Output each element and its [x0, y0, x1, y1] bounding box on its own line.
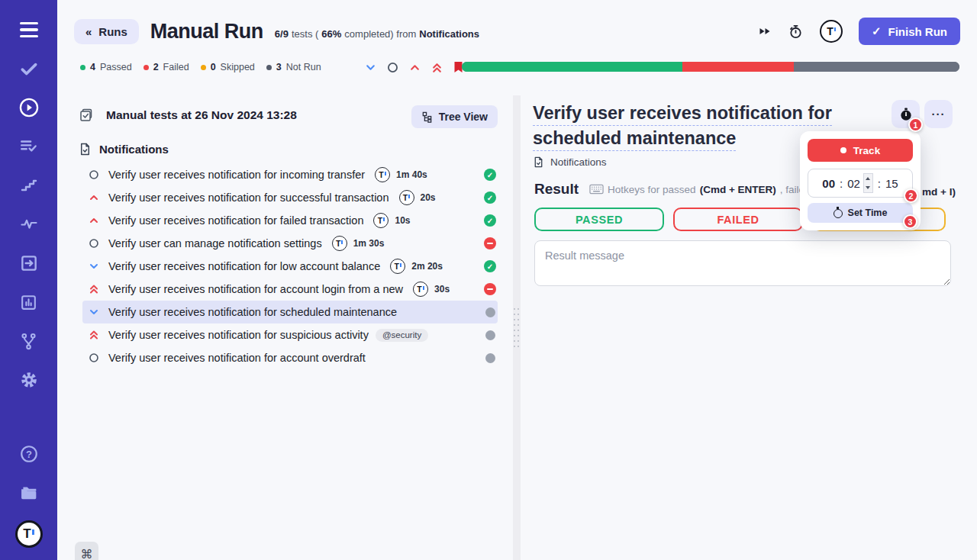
import-icon[interactable]	[17, 252, 41, 275]
command-key-icon: ⌘	[81, 547, 93, 560]
priority-icon	[89, 261, 99, 272]
topbar: « Runs Manual Run 6/9 tests ( 66% comple…	[57, 0, 977, 95]
chevron-down-filter-icon[interactable]	[365, 62, 376, 73]
seconds-field[interactable]: 15	[885, 177, 898, 190]
test-title: Verify user receives notification for sc…	[108, 306, 397, 318]
analytics-icon[interactable]	[17, 291, 41, 314]
settings-gear-icon[interactable]	[17, 369, 41, 391]
run-progress-subtitle: 6/9 tests ( 66% completed) from Notifica…	[275, 28, 479, 40]
priority-icon	[89, 238, 99, 249]
passed-dot-icon	[80, 65, 85, 70]
test-row[interactable]: Verify user receives notification for su…	[82, 186, 498, 209]
keyboard-icon	[589, 184, 604, 195]
record-dot-icon	[840, 147, 846, 153]
testomat-logo-small: T	[820, 20, 843, 43]
pulse-icon[interactable]	[17, 213, 41, 236]
test-row[interactable]: Verify user can manage notification sett…	[82, 232, 498, 255]
testomat-logo[interactable]: T	[15, 520, 43, 548]
tutorial-step-badge-1: 1	[908, 117, 923, 132]
double-chevron-up-filter-icon[interactable]	[431, 62, 443, 73]
test-row[interactable]: Verify user receives notification for su…	[82, 323, 498, 346]
help-icon[interactable]: ?	[17, 443, 41, 465]
time-separator: :	[840, 177, 843, 190]
play-circle-icon[interactable]	[17, 96, 41, 119]
notrun-count: 3Not Run	[266, 62, 321, 72]
test-row[interactable]: Verify user receives notification for in…	[82, 163, 498, 186]
test-row[interactable]: Verify user receives notification for lo…	[82, 255, 498, 278]
hours-field[interactable]: 00	[822, 177, 835, 190]
test-status-icon	[484, 169, 496, 181]
minutes-field[interactable]: 02	[847, 177, 860, 190]
test-status-icon	[484, 260, 496, 272]
stepper-down-icon[interactable]	[866, 186, 870, 189]
test-title: Verify user receives notification for ac…	[108, 283, 403, 295]
test-duration: 1m 30s	[353, 238, 385, 249]
back-to-runs-button[interactable]: « Runs	[74, 19, 139, 44]
testomat-timer-icon: T	[375, 167, 390, 182]
finish-run-button[interactable]: ✓ Finish Run	[859, 18, 960, 45]
run-title: Manual tests at 26 Nov 2024 13:28	[106, 108, 297, 122]
test-duration: 30s	[434, 284, 450, 294]
chevron-up-filter-icon[interactable]	[409, 62, 421, 73]
timer-popup: Track 00 : 02 : 15 Set Time	[800, 131, 921, 230]
result-header-row: Result Hotkeys for passed (Cmd + ENTER) …	[534, 181, 811, 198]
ellipsis-icon: ···	[932, 108, 946, 121]
hotkeys-hint: Hotkeys for passed (Cmd + ENTER) , faile…	[589, 184, 810, 195]
run-progress-bar	[462, 62, 959, 72]
test-row[interactable]: Verify user receives notification for ac…	[82, 346, 498, 369]
test-tag: @security	[376, 329, 428, 342]
failed-button[interactable]: FAILED	[673, 208, 803, 231]
passed-button[interactable]: PASSED	[534, 208, 664, 231]
folder-icon[interactable]	[17, 481, 41, 504]
svg-text:?: ?	[26, 449, 32, 460]
progress-seg-passed	[462, 62, 682, 72]
tutorial-step-badge-2: 2	[904, 188, 918, 203]
retry-timer-icon[interactable]	[788, 24, 804, 40]
breadcrumb[interactable]: Notifications	[533, 156, 607, 168]
drag-grip-icon	[514, 308, 521, 348]
branch-icon[interactable]	[17, 330, 41, 352]
list-check-icon[interactable]	[17, 135, 41, 158]
result-message-input[interactable]	[534, 240, 951, 286]
priority-icon	[89, 284, 99, 294]
command-key-badge[interactable]: ⌘	[75, 542, 98, 560]
test-row[interactable]: Verify user receives notification for ac…	[82, 278, 498, 301]
tree-view-icon	[421, 111, 433, 123]
check-icon: ✓	[872, 24, 882, 38]
stepper-up-icon[interactable]	[866, 177, 870, 180]
test-status-icon	[484, 191, 496, 204]
skipped-count: 0Skipped	[201, 62, 255, 72]
test-list: Verify user receives notification for in…	[57, 163, 513, 369]
hotkeys-hint-fragment: md + I)	[922, 186, 956, 198]
result-heading: Result	[534, 181, 579, 198]
content: Manual tests at 26 Nov 2024 13:28 Tree V…	[57, 95, 977, 560]
test-row[interactable]: Verify user receives notification for sc…	[82, 301, 498, 323]
priority-icon	[89, 352, 99, 363]
panel-resize-handle[interactable]	[513, 95, 521, 560]
steps-icon[interactable]	[17, 174, 41, 197]
test-title: Verify user receives notification for su…	[108, 329, 369, 341]
test-timer: T 30s	[413, 282, 450, 297]
more-menu-button[interactable]: ···	[924, 100, 953, 128]
circle-filter-icon[interactable]	[387, 62, 398, 73]
tree-view-button[interactable]: Tree View	[411, 105, 498, 128]
minutes-stepper[interactable]	[863, 173, 873, 193]
priority-icon	[89, 307, 99, 317]
priority-icon	[89, 215, 99, 226]
track-button[interactable]: Track	[808, 139, 913, 162]
testomat-timer-icon: T	[413, 282, 428, 297]
test-row[interactable]: Verify user receives notification for fa…	[82, 209, 498, 232]
status-summary-row: 4Passed 2Failed 0Skipped 3Not Run	[57, 61, 977, 73]
set-time-button[interactable]: Set Time	[808, 203, 913, 223]
test-status-icon	[485, 307, 495, 317]
suite-row[interactable]: Notifications	[79, 143, 169, 156]
page-title: Manual Run	[150, 20, 263, 43]
progress-seg-failed	[682, 62, 793, 72]
suite-label: Notifications	[99, 143, 169, 156]
test-title: Verify user can manage notification sett…	[108, 237, 322, 249]
priority-icon	[89, 192, 99, 203]
fast-forward-icon[interactable]	[758, 25, 772, 37]
hamburger-menu-icon[interactable]	[17, 18, 41, 41]
time-input[interactable]: 00 : 02 : 15	[808, 169, 913, 198]
check-icon[interactable]	[17, 57, 41, 80]
